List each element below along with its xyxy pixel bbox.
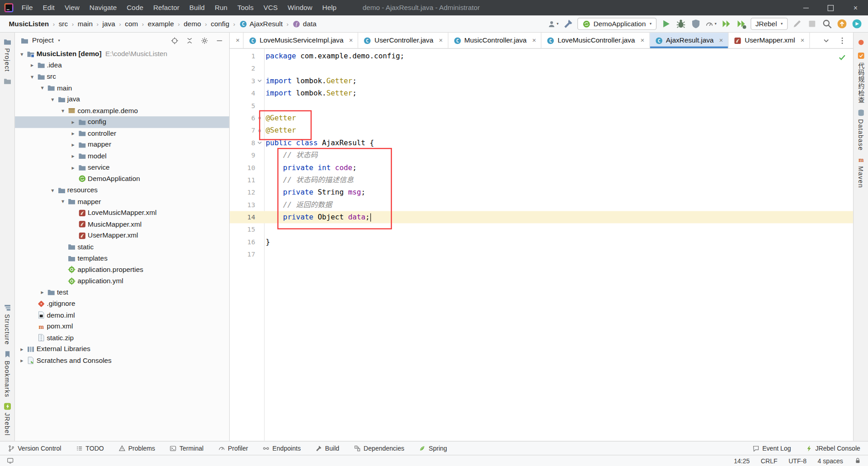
- tool-problems[interactable]: Problems: [118, 445, 156, 452]
- line-number[interactable]: 4: [230, 87, 255, 99]
- build-project-button[interactable]: [562, 18, 573, 30]
- tree-item-static-zip[interactable]: static.zip: [15, 332, 229, 343]
- close-button[interactable]: ×: [843, 0, 868, 15]
- tab-lovemusicserviceimpl-java[interactable]: CLoveMusicServiceImpl.java×: [244, 33, 359, 48]
- tree-item-application-properties[interactable]: application.properties: [15, 264, 229, 275]
- chevron-down-icon[interactable]: ▾: [48, 187, 57, 193]
- tree-item-lovemusicmapper-xml[interactable]: LoveMusicMapper.xml: [15, 207, 229, 219]
- breadcrumb-ajaxresult[interactable]: CAjaxResult: [238, 19, 283, 29]
- tool-windows-toggle[interactable]: [7, 457, 14, 464]
- tab-lovemusiccontroller-java[interactable]: CLoveMusicController.java×: [542, 33, 650, 48]
- maximize-button[interactable]: [818, 0, 843, 15]
- line-number[interactable]: 9: [230, 149, 255, 162]
- gutter-mark-icon[interactable]: [255, 112, 264, 124]
- tree-item-model[interactable]: ▸model: [15, 150, 229, 162]
- breadcrumb-musiclisten[interactable]: MusicListen: [8, 19, 50, 29]
- minimize-button[interactable]: [793, 0, 818, 15]
- chevron-down-icon[interactable]: ▾: [28, 74, 37, 80]
- breadcrumb-main[interactable]: main: [76, 19, 94, 29]
- line-number[interactable]: 11: [230, 174, 255, 186]
- menu-navigate[interactable]: Navigate: [85, 0, 122, 15]
- menu-vcs[interactable]: VCS: [259, 0, 283, 15]
- tool-button-project[interactable]: Project: [3, 38, 11, 72]
- collapse-all-button[interactable]: [185, 36, 193, 44]
- tool-button-database[interactable]: Database: [856, 109, 865, 151]
- file-encoding[interactable]: UTF-8: [788, 457, 807, 464]
- tree-item-scratches-and-consoles[interactable]: ▸Scratches and Consoles: [15, 355, 229, 366]
- menu-refactor[interactable]: Refactor: [148, 0, 184, 15]
- menu-file[interactable]: File: [17, 0, 38, 15]
- chevron-right-icon[interactable]: ▸: [28, 62, 37, 68]
- line-number[interactable]: 3: [230, 75, 255, 87]
- run-configuration-select[interactable]: DemoApplication ▾: [577, 18, 656, 30]
- tool-jrebel-console[interactable]: JRebel Console: [805, 445, 860, 452]
- line-number[interactable]: 6: [230, 112, 255, 124]
- tree-item-demoapplication[interactable]: DemoApplication: [15, 173, 229, 185]
- code-editor[interactable]: 1package com.example.demo.config;23impor…: [230, 49, 853, 441]
- hidden-tabs-button[interactable]: [822, 36, 830, 44]
- breadcrumb-example[interactable]: example: [146, 19, 175, 29]
- panel-settings-button[interactable]: [200, 36, 208, 44]
- tree-item-pom-xml[interactable]: mpom.xml: [15, 321, 229, 332]
- stop-button[interactable]: [807, 18, 817, 30]
- tab-options-button[interactable]: [838, 36, 846, 44]
- close-tab-icon[interactable]: ×: [439, 37, 443, 44]
- line-number[interactable]: 2: [230, 62, 255, 75]
- line-number[interactable]: 10: [230, 162, 255, 174]
- chevron-down-icon[interactable]: ▾: [58, 108, 68, 114]
- tree-item-com-example-demo[interactable]: ▾com.example.demo: [15, 105, 229, 116]
- menu-edit[interactable]: Edit: [38, 0, 59, 15]
- line-number[interactable]: 13: [230, 199, 255, 211]
- breadcrumb-src[interactable]: src: [57, 19, 69, 29]
- chevron-down-icon[interactable]: ▾: [17, 51, 27, 57]
- run-button[interactable]: [660, 18, 671, 30]
- line-number[interactable]: 16: [230, 236, 255, 248]
- jrebel-run-button[interactable]: [721, 18, 731, 30]
- search-everywhere-button[interactable]: [821, 18, 832, 30]
- tool-button-structure[interactable]: Structure: [3, 304, 11, 345]
- tree-item-controller[interactable]: ▸controller: [15, 128, 229, 139]
- tool-profiler[interactable]: Profiler: [218, 445, 248, 452]
- project-view-title[interactable]: Project: [32, 37, 54, 44]
- tree-item-service[interactable]: ▸service: [15, 162, 229, 173]
- partial-tab[interactable]: ×: [230, 33, 244, 48]
- fold-icon[interactable]: [255, 75, 264, 87]
- tree-item-musiclisten-demo[interactable]: ▾MusicListen [demo]E:\code\MusicListen: [15, 48, 229, 60]
- inspections-ok-icon[interactable]: [838, 53, 846, 62]
- tool-button-bookmarks[interactable]: Bookmarks: [3, 350, 11, 397]
- tab-ajaxresult-java[interactable]: CAjaxResult.java×: [650, 33, 729, 48]
- tree-item-musicmapper-xml[interactable]: MusicMapper.xml: [15, 219, 229, 230]
- line-number[interactable]: 5: [230, 100, 255, 112]
- tool-terminal[interactable]: Terminal: [170, 445, 203, 452]
- close-tab-icon[interactable]: ×: [641, 37, 645, 44]
- indent-style[interactable]: 4 spaces: [818, 457, 843, 464]
- menu-tools[interactable]: Tools: [232, 0, 259, 15]
- menu-window[interactable]: Window: [283, 0, 317, 15]
- tool-dependencies[interactable]: Dependencies: [354, 445, 404, 452]
- chevron-right-icon[interactable]: ▸: [68, 130, 78, 136]
- tree-item-static[interactable]: static: [15, 241, 229, 252]
- menu-run[interactable]: Run: [210, 0, 232, 15]
- chevron-right-icon[interactable]: ▸: [68, 119, 78, 125]
- edit-configuration-icon[interactable]: [792, 18, 802, 30]
- line-number[interactable]: 7: [230, 124, 255, 137]
- chevron-right-icon[interactable]: ▸: [68, 153, 78, 159]
- breadcrumb-data[interactable]: fdata: [291, 19, 317, 29]
- tool-event-log[interactable]: Event Log: [752, 445, 791, 452]
- line-separator[interactable]: CRLF: [761, 457, 778, 464]
- chevron-right-icon[interactable]: ▸: [17, 346, 27, 352]
- tree-item-java[interactable]: ▾java: [15, 94, 229, 105]
- jrebel-debug-button[interactable]: [736, 18, 746, 30]
- tool-version-control[interactable]: Version Control: [8, 445, 61, 452]
- menu-code[interactable]: Code: [122, 0, 148, 15]
- gutter-mark-icon[interactable]: [255, 124, 264, 137]
- coverage-button[interactable]: [690, 18, 701, 30]
- chevron-right-icon[interactable]: ▸: [17, 357, 27, 363]
- tree-item-templates[interactable]: templates: [15, 252, 229, 264]
- tree-item-usermapper-xml[interactable]: UserMapper.xml: [15, 230, 229, 241]
- tree-item-gitignore[interactable]: .gitignore: [15, 298, 229, 309]
- tool-button-maven[interactable]: mMaven: [856, 156, 865, 188]
- locate-file-button[interactable]: [170, 36, 179, 44]
- breadcrumb-java[interactable]: java: [101, 19, 116, 29]
- favorites-folder-button[interactable]: [3, 77, 11, 85]
